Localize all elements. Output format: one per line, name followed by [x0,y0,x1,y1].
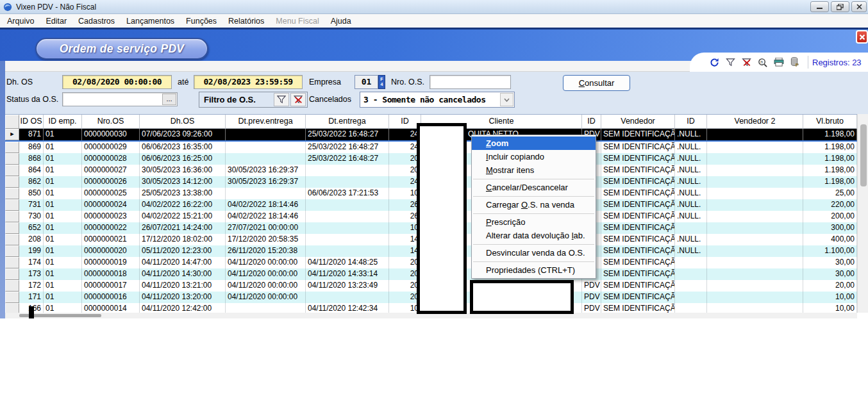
cell-id3[interactable] [675,268,707,280]
cell-nro_os[interactable]: 0000000029 [82,142,140,153]
cell-vendedor[interactable]: SEM IDENTIFICAÇÃ [601,129,675,140]
date-to-input[interactable]: 02/08/2023 23:59:59 [194,75,303,89]
cell-id3[interactable]: .NULL. [675,234,707,245]
cell-vl_bruto[interactable]: 1.198,00 [803,153,857,165]
cell-vl_bruto[interactable]: 10,00 [803,292,857,303]
context-menu-item-alterar-data-devolu-o-lab[interactable]: Alterar data devolução lab. [472,229,596,242]
close-button[interactable] [851,1,867,12]
context-menu-item-propriedades-ctrl-t[interactable]: Propriedades (CTRL+T) [472,263,596,277]
cell-id_os[interactable]: 864 [19,165,44,176]
cell-id_emp[interactable]: 01 [44,292,82,303]
cell-vendedor[interactable]: SEM IDENTIFICAÇÃ [601,222,675,234]
cell-id3[interactable]: .NULL. [675,129,707,140]
cell-id_emp[interactable]: 01 [44,268,82,280]
cell-vl_bruto[interactable]: 30,00 [803,257,857,268]
cell-dt_ent[interactable] [306,222,389,234]
row-selector[interactable] [5,303,19,313]
cell-dt_ent[interactable]: 04/11/2020 13:23:49 [306,280,389,292]
cell-vendedor[interactable]: SEM IDENTIFICAÇÃ [601,292,675,303]
row-selector[interactable] [5,211,19,222]
cell-dh_os[interactable]: 04/02/2022 16:22:00 [140,199,226,211]
cell-id3[interactable] [675,292,707,303]
cell-dt_ent[interactable]: 04/11/2020 14:48:25 [306,257,389,268]
panel-close-icon[interactable] [856,30,868,44]
cell-dt_prev[interactable]: 30/05/2023 16:29:37 [226,176,306,188]
cell-vendedor[interactable]: SEM IDENTIFICAÇÃ [601,176,675,188]
cell-vl_bruto[interactable]: 20,00 [803,280,857,292]
cell-dt_prev[interactable] [226,303,306,313]
status-lookup-button[interactable]: ... [162,94,176,105]
cell-id_emp[interactable]: 01 [44,142,82,153]
cell-vl_bruto[interactable]: 1.100,00 [803,245,857,257]
column-header-vendedor2[interactable]: Vendedor 2 [707,115,803,129]
menu-item-lançamentos[interactable]: Lançamentos [121,15,180,27]
print-icon[interactable] [771,56,787,69]
cell-nro_os[interactable]: 0000000026 [82,176,140,188]
cell-id_emp[interactable]: 01 [44,176,82,188]
context-menu-item-mostrar-itens[interactable]: Mostrar itens [472,163,596,177]
empresa-f4-button[interactable]: F4 [378,75,385,89]
cell-vl_bruto[interactable]: 1.198,00 [803,142,857,153]
context-menu-item-desvincular-venda-da-o-s[interactable]: Desvincular venda da O.S. [472,246,596,260]
cell-id_emp[interactable]: 01 [44,303,82,313]
cell-dt_prev[interactable]: 27/07/2021 00:00:00 [226,222,306,234]
cell-id_emp[interactable]: 01 [44,257,82,268]
cell-nro_os[interactable]: 0000000021 [82,234,140,245]
cell-dt_prev[interactable] [226,129,306,140]
empresa-input[interactable]: 01 [355,75,378,89]
cell-dt_ent[interactable] [306,245,389,257]
cell-nro_os[interactable]: 0000000016 [82,292,140,303]
filter-icon[interactable] [274,93,289,106]
cell-dt_prev[interactable]: 04/02/2022 18:14:46 [226,211,306,222]
menu-item-cadastros[interactable]: Cadastros [72,15,121,27]
cell-vl_bruto[interactable]: 400,00 [803,234,857,245]
cell-nro_os[interactable]: 0000000024 [82,199,140,211]
cell-nro_os[interactable]: 0000000020 [82,245,140,257]
context-menu-item-cancelar-descancelar[interactable]: Cancelar/Descancelar [472,181,596,194]
cell-dt_ent[interactable] [306,211,389,222]
menu-item-funções[interactable]: Funções [180,15,222,27]
cell-dt_ent[interactable] [306,199,389,211]
cell-nro_os[interactable]: 0000000022 [82,222,140,234]
cell-dt_prev[interactable]: 04/11/2020 00:00:00 [226,268,306,280]
row-selector[interactable] [5,153,19,165]
column-header-dt_ent[interactable]: Dt.entrega [306,115,389,129]
date-from-input[interactable]: 02/08/2020 00:00:00 [62,75,172,89]
cell-nro_os[interactable]: 0000000028 [82,153,140,165]
cell-id3[interactable] [675,280,707,292]
cell-vendedor2[interactable] [707,280,803,292]
row-selector[interactable] [5,257,19,268]
column-header-vendedor[interactable]: Vendedor [601,115,675,129]
cell-id_emp[interactable]: 01 [44,199,82,211]
menu-item-arquivo[interactable]: Arquivo [1,15,40,27]
cell-vendedor2[interactable] [707,165,803,176]
column-header-id_emp[interactable]: ID emp. [44,115,82,129]
context-menu-item-incluir-copiando[interactable]: Incluir copiando [472,150,596,163]
cell-dh_os[interactable]: 30/05/2023 14:12:00 [140,176,226,188]
cell-dh_os[interactable]: 04/11/2020 14:30:00 [140,268,226,280]
cell-id_emp[interactable]: 01 [44,188,82,199]
cell-vl_bruto[interactable]: 1.198,00 [803,165,857,176]
cell-id3[interactable] [675,222,707,234]
menu-item-editar[interactable]: Editar [40,15,72,27]
cell-dt_ent[interactable]: 25/03/2022 16:48:27 [306,153,389,165]
column-header-id2[interactable]: ID [582,115,601,129]
cell-dh_os[interactable]: 26/07/2021 14:24:00 [140,222,226,234]
cell-dt_prev[interactable] [226,188,306,199]
cell-id3[interactable]: .NULL. [675,176,707,188]
cell-vendedor2[interactable] [707,142,803,153]
menu-item-ajuda[interactable]: Ajuda [325,15,357,27]
row-selector-header[interactable] [5,115,19,129]
minimize-button[interactable] [810,1,829,12]
cell-dh_os[interactable]: 04/11/2020 12:42:00 [140,303,226,313]
cell-id_os[interactable]: 868 [19,153,44,165]
cell-dt_ent[interactable] [306,165,389,176]
filter-clear-icon[interactable] [739,56,755,69]
cell-dt_prev[interactable] [226,153,306,165]
cell-id_os[interactable]: 208 [19,234,44,245]
cell-vl_bruto[interactable]: 25,00 [803,188,857,199]
cancelados-select[interactable]: 3 - Somente não cancelados [360,92,515,108]
cell-dt_prev[interactable]: 17/12/2020 20:58:35 [226,234,306,245]
cell-id_emp[interactable]: 01 [44,245,82,257]
cell-dt_ent[interactable]: 25/03/2022 16:48:27 [306,129,389,140]
